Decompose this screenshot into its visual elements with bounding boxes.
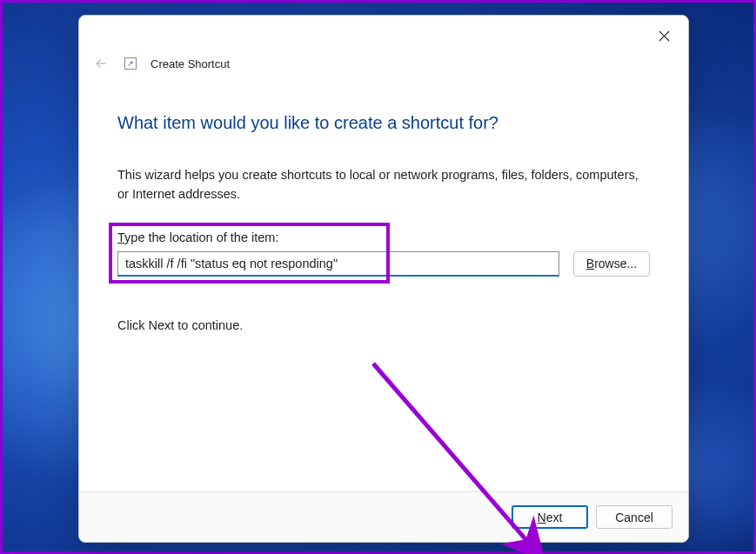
next-button[interactable]: Next [512, 505, 588, 529]
page-heading: What item would you like to create a sho… [117, 113, 650, 133]
continue-instruction: Click Next to continue. [117, 318, 650, 332]
close-icon [659, 30, 670, 42]
wizard-description: This wizard helps you create shortcuts t… [117, 166, 650, 204]
close-button[interactable] [645, 23, 683, 49]
location-input[interactable] [117, 251, 559, 277]
window-title: Create Shortcut [151, 57, 230, 70]
input-row: Browse... [117, 251, 650, 277]
header-row: ↗ Create Shortcut [79, 50, 688, 77]
location-label: Type the location of the item: [117, 230, 650, 244]
titlebar [79, 16, 688, 50]
back-button[interactable] [90, 52, 112, 75]
browse-button[interactable]: Browse... [573, 251, 650, 277]
location-input-group: Type the location of the item: Browse... [117, 230, 650, 277]
content-area: What item would you like to create a sho… [79, 77, 688, 491]
create-shortcut-window: ↗ Create Shortcut What item would you li… [78, 15, 689, 543]
shortcut-icon: ↗ [124, 57, 137, 70]
cancel-button[interactable]: Cancel [596, 505, 672, 529]
back-arrow-icon [93, 56, 109, 71]
desktop-background: ↗ Create Shortcut What item would you li… [0, 0, 756, 554]
dialog-footer: Next Cancel [79, 491, 688, 542]
